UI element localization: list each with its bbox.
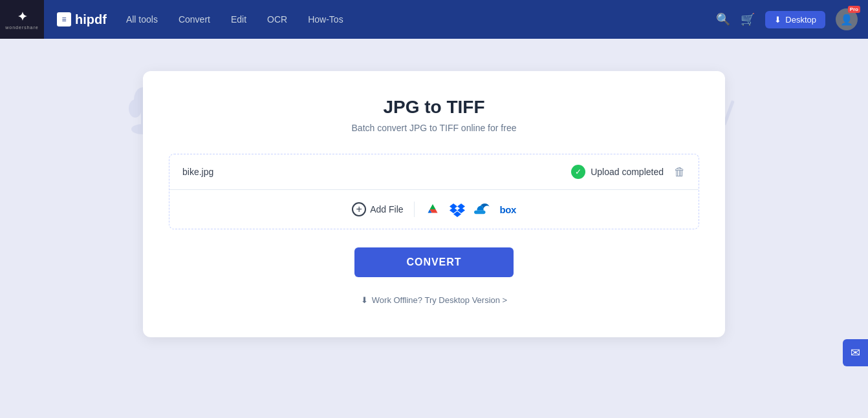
hipdf-label: hipdf: [75, 12, 107, 27]
cloud-icons: box: [425, 202, 516, 217]
file-name: bike.jpg: [182, 167, 571, 177]
delete-file-button[interactable]: 🗑: [664, 165, 686, 179]
upload-status-text: Upload completed: [591, 167, 664, 177]
plus-circle-icon: +: [352, 202, 366, 216]
desktop-button[interactable]: ⬇ Desktop: [765, 11, 825, 28]
box-label: box: [500, 204, 516, 215]
search-button[interactable]: 🔍: [716, 12, 730, 26]
desktop-download-icon: ⬇: [361, 295, 368, 305]
pro-badge: Pro: [848, 6, 860, 13]
page-title: JPG to TIFF: [169, 97, 699, 118]
offline-label: Work Offline? Try Desktop Version >: [372, 295, 507, 305]
google-drive-button[interactable]: [425, 202, 440, 217]
nav-how-tos[interactable]: How-Tos: [308, 14, 343, 25]
navbar: ✦ wondershare ≡ hipdf All tools Convert …: [0, 0, 868, 39]
cart-button[interactable]: 🛒: [741, 12, 755, 26]
page-subtitle: Batch convert JPG to TIFF online for fre…: [169, 123, 699, 133]
main-card: JPG to TIFF Batch convert JPG to TIFF on…: [143, 71, 725, 337]
offline-link[interactable]: ⬇ Work Offline? Try Desktop Version >: [361, 295, 507, 305]
upload-area: bike.jpg ✓ Upload completed 🗑 + Add File: [169, 154, 699, 229]
desktop-icon: ⬇: [774, 15, 781, 25]
add-file-label: Add File: [370, 204, 403, 214]
ws-logo-icon: ✦: [17, 10, 27, 24]
hipdf-icon: ≡: [57, 12, 71, 26]
user-avatar-wrap[interactable]: 👤 Pro: [836, 8, 858, 30]
nav-convert[interactable]: Convert: [179, 14, 210, 25]
toolbar-divider: [414, 202, 415, 217]
feedback-button[interactable]: ✉: [843, 339, 868, 366]
desktop-label: Desktop: [785, 15, 816, 25]
hipdf-logo[interactable]: ≡ hipdf: [44, 12, 120, 27]
nav-links: All tools Convert Edit OCR How-Tos: [126, 14, 343, 25]
nav-edit[interactable]: Edit: [231, 14, 246, 25]
nav-ocr[interactable]: OCR: [267, 14, 287, 25]
hero-bg: JPG to TIFF Batch convert JPG to TIFF on…: [0, 39, 868, 357]
svg-point-3: [129, 99, 142, 118]
convert-button[interactable]: CONVERT: [354, 247, 513, 277]
nav-all-tools[interactable]: All tools: [126, 14, 158, 25]
upload-status: ✓ Upload completed: [571, 165, 664, 179]
nav-right: 🔍 🛒 ⬇ Desktop 👤 Pro: [716, 8, 868, 30]
wondershare-brand[interactable]: ✦ wondershare: [0, 0, 44, 39]
add-file-button[interactable]: + Add File: [352, 202, 403, 216]
file-row: bike.jpg ✓ Upload completed 🗑: [169, 154, 699, 190]
convert-wrap: CONVERT: [169, 247, 699, 277]
offline-row: ⬇ Work Offline? Try Desktop Version >: [169, 295, 699, 305]
box-button[interactable]: box: [500, 204, 516, 215]
onedrive-button[interactable]: [474, 204, 491, 215]
ws-sub-label: wondershare: [5, 25, 38, 30]
toolbar-row: + Add File: [169, 190, 699, 229]
dropbox-button[interactable]: [450, 202, 465, 217]
check-circle-icon: ✓: [571, 165, 585, 179]
